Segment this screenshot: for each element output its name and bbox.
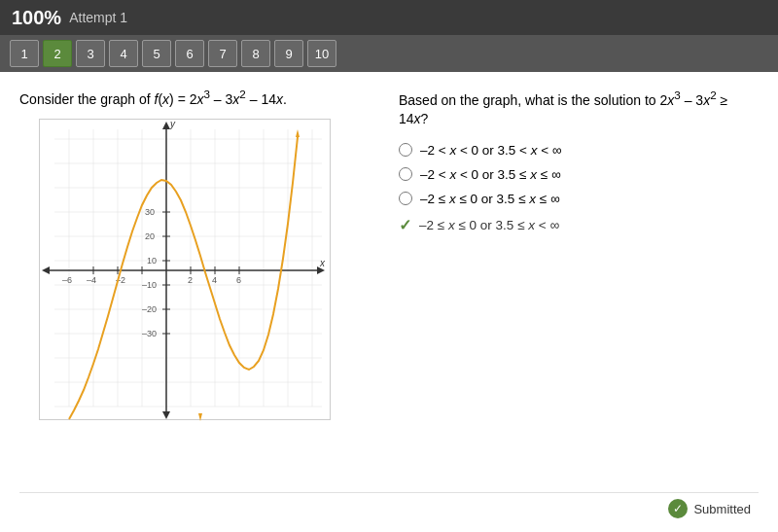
svg-text:–6: –6 [62, 275, 72, 285]
svg-text:2: 2 [188, 275, 193, 285]
svg-text:x: x [319, 258, 326, 268]
svg-marker-56 [296, 129, 300, 137]
left-panel: Consider the graph of f(x) = 2x3 – 3x2 –… [19, 88, 389, 486]
svg-text:6: 6 [236, 275, 241, 285]
option-4-label: –2 ≤ x ≤ 0 or 3.5 ≤ x < ∞ [419, 218, 559, 232]
option-2-label: –2 < x < 0 or 3.5 ≤ x ≤ ∞ [420, 167, 561, 182]
content-area: Consider the graph of f(x) = 2x3 – 3x2 –… [19, 88, 759, 486]
correct-checkmark: ✓ [399, 216, 411, 234]
svg-text:30: 30 [145, 207, 155, 217]
nav-button-3[interactable]: 3 [76, 40, 105, 67]
nav-button-6[interactable]: 6 [175, 40, 204, 67]
nav-button-4[interactable]: 4 [109, 40, 138, 67]
svg-text:–20: –20 [142, 304, 157, 314]
graph-container: x y –6 –4 –2 2 4 6 30 20 10 –10 –20 –30 [39, 119, 331, 420]
nav-button-7[interactable]: 7 [208, 40, 237, 67]
option-1-label: –2 < x < 0 or 3.5 < x < ∞ [420, 143, 561, 158]
score-display: 100% [12, 7, 61, 29]
svg-text:–4: –4 [87, 275, 96, 285]
question-nav-bar: 12345678910 [0, 35, 778, 72]
top-bar: 100% Attempt 1 [0, 0, 778, 35]
option-3-label: –2 ≤ x ≤ 0 or 3.5 ≤ x ≤ ∞ [420, 192, 560, 206]
svg-marker-25 [42, 266, 50, 274]
svg-text:20: 20 [145, 231, 155, 241]
option-4-row: ✓ –2 ≤ x ≤ 0 or 3.5 ≤ x < ∞ [399, 216, 759, 234]
question-text-left: Consider the graph of f(x) = 2x3 – 3x2 –… [19, 88, 370, 107]
option-2-row: –2 < x < 0 or 3.5 ≤ x ≤ ∞ [399, 167, 759, 182]
option-3-row: –2 ≤ x ≤ 0 or 3.5 ≤ x ≤ ∞ [399, 192, 759, 206]
bottom-bar: ✓ Submitted [19, 492, 759, 522]
question-text-right: Based on the graph, what is the solution… [399, 88, 759, 129]
svg-marker-28 [162, 411, 170, 419]
svg-marker-27 [162, 122, 170, 129]
right-panel: Based on the graph, what is the solution… [389, 88, 759, 486]
option-3-radio[interactable] [399, 192, 412, 205]
nav-button-2[interactable]: 2 [43, 40, 72, 67]
svg-text:y: y [169, 120, 176, 129]
nav-button-10[interactable]: 10 [307, 40, 336, 67]
main-content: Consider the graph of f(x) = 2x3 – 3x2 –… [0, 72, 778, 532]
svg-text:10: 10 [147, 256, 157, 266]
option-2-radio[interactable] [399, 167, 412, 181]
svg-text:–10: –10 [142, 280, 157, 290]
svg-text:4: 4 [212, 275, 217, 285]
attempt-label: Attempt 1 [69, 10, 127, 25]
option-1-radio[interactable] [399, 143, 412, 157]
submitted-badge: ✓ Submitted [668, 499, 751, 518]
svg-marker-55 [198, 413, 202, 421]
nav-button-9[interactable]: 9 [274, 40, 303, 67]
submitted-label: Submitted [693, 502, 751, 516]
nav-button-8[interactable]: 8 [241, 40, 270, 67]
nav-button-5[interactable]: 5 [142, 40, 171, 67]
svg-text:–30: –30 [142, 329, 157, 338]
option-1-row: –2 < x < 0 or 3.5 < x < ∞ [399, 143, 759, 158]
nav-button-1[interactable]: 1 [10, 40, 39, 67]
submitted-icon: ✓ [668, 499, 688, 518]
